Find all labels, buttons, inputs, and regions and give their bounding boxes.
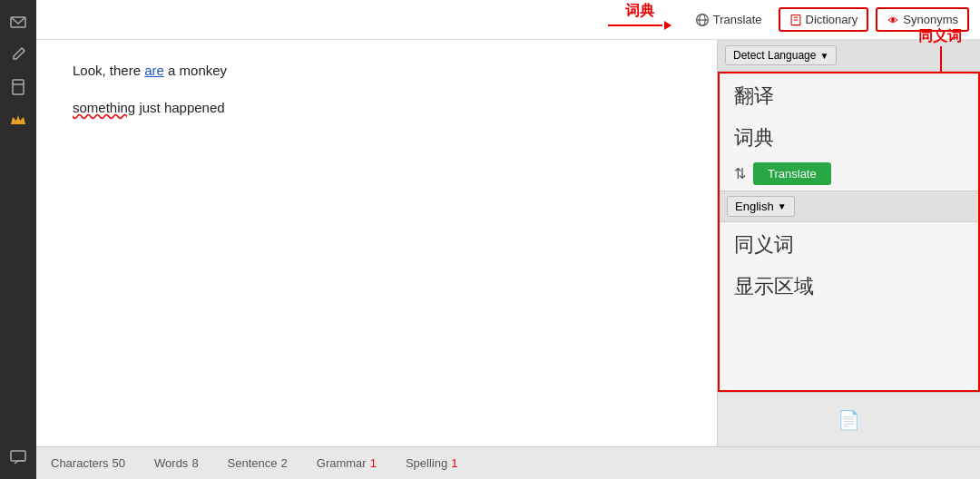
mail-icon[interactable] — [4, 7, 33, 36]
xianshi-section: 显示区域 — [720, 264, 978, 306]
swap-icon: ⇅ — [734, 165, 746, 182]
detect-language-label: Detect Language — [733, 49, 816, 62]
english-lang-row: English ▼ — [720, 191, 978, 222]
sentence-label: Sentence — [228, 456, 278, 470]
words-label: Words — [154, 456, 188, 470]
words-value: 8 — [191, 456, 198, 470]
editor-line-2: something just happened — [73, 95, 681, 120]
detect-lang-dropdown-icon: ▼ — [819, 51, 828, 61]
tongyici-section: 同义词 — [720, 222, 978, 264]
dictionary-icon — [789, 14, 802, 26]
synonyms-button[interactable]: Synonyms — [876, 7, 969, 32]
dictionary-label: Dictionary — [806, 13, 858, 26]
line1-before: Look, there — [73, 63, 144, 78]
status-bar: Characters 50 Words 8 Sentence 2 Grammar… — [36, 446, 980, 479]
fanyi-label: 翻译 — [734, 83, 774, 110]
synonyms-icon — [887, 14, 899, 26]
words-status: Words 8 — [154, 456, 199, 470]
globe-icon — [695, 13, 710, 27]
book-icon[interactable] — [4, 73, 33, 102]
editor-pane[interactable]: Look, there are a monkey something just … — [36, 40, 717, 446]
detect-language-button[interactable]: Detect Language ▼ — [725, 45, 837, 65]
characters-value: 50 — [113, 456, 125, 470]
panel-translate-label: Translate — [768, 167, 817, 181]
cidian-label: 词典 — [734, 124, 774, 152]
svg-rect-1 — [13, 80, 24, 94]
spelling-status: Spelling 1 — [406, 456, 458, 470]
line2-after: just happened — [135, 100, 224, 115]
svg-rect-3 — [11, 451, 25, 461]
characters-status: Characters 50 — [51, 456, 125, 470]
content-area: Look, there are a monkey something just … — [36, 40, 980, 446]
crown-icon[interactable] — [4, 105, 33, 134]
panel-content: 翻译 词典 ⇅ Translate — [718, 72, 980, 392]
spelling-label: Spelling — [406, 456, 447, 470]
characters-label: Characters — [51, 456, 109, 470]
panel-translate-section: ⇅ Translate — [720, 157, 978, 191]
spelling-value: 1 — [451, 456, 457, 470]
grammar-status: Grammar 1 — [317, 456, 377, 470]
right-panel: Detect Language ▼ 翻译 词典 — [717, 40, 980, 446]
translate-button[interactable]: Translate — [686, 9, 771, 31]
cidian-section: 词典 — [720, 115, 978, 157]
dictionary-button[interactable]: Dictionary — [779, 7, 869, 32]
xianshi-label: 显示区域 — [734, 273, 814, 300]
grammar-value: 1 — [370, 456, 377, 470]
line2-something: something — [73, 100, 135, 115]
grammar-label: Grammar — [317, 456, 367, 470]
synonyms-label: Synonyms — [903, 13, 958, 26]
panel-translate-button[interactable]: Translate — [753, 162, 831, 185]
editor-line-1: Look, there are a monkey — [73, 58, 681, 83]
cidian-arrow — [608, 21, 671, 30]
toolbar: 词典 同义词 Translate Dictionary — [36, 0, 980, 40]
line1-are: are — [144, 63, 164, 78]
fanyi-section: 翻译 — [720, 73, 978, 115]
cidian-annotation: 词典 — [608, 2, 671, 30]
cidian-annotation-text: 词典 — [625, 2, 654, 21]
english-dropdown-icon: ▼ — [778, 201, 787, 211]
english-lang-button[interactable]: English ▼ — [727, 196, 795, 217]
svg-point-10 — [892, 18, 895, 21]
sentence-status: Sentence 2 — [228, 456, 288, 470]
tongyici-label: 同义词 — [734, 231, 794, 259]
message-icon[interactable] — [4, 443, 33, 472]
doc-icon: 📄 — [838, 409, 860, 431]
detect-language-row: Detect Language ▼ — [718, 40, 980, 72]
english-lang-label: English — [735, 200, 774, 213]
sentence-value: 2 — [281, 456, 288, 470]
editor-text: Look, there are a monkey something just … — [73, 58, 681, 120]
line1-after: a monkey — [164, 63, 227, 78]
translate-label: Translate — [713, 13, 762, 26]
pencil-icon[interactable] — [4, 40, 33, 69]
sidebar — [0, 0, 36, 479]
bottom-panel: 📄 — [718, 392, 980, 446]
